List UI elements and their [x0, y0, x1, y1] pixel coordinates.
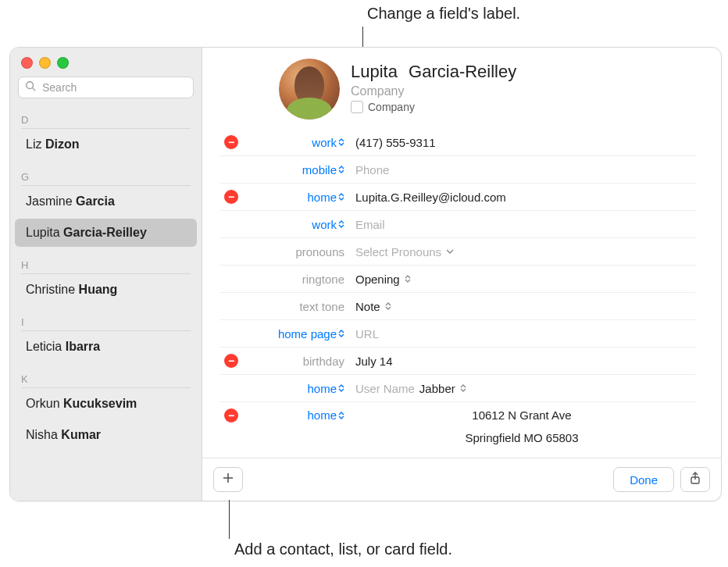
label-pronouns: pronouns — [243, 245, 348, 259]
contact-last: Garcia-Reilley — [63, 226, 147, 239]
label-email-home[interactable]: home — [243, 191, 348, 204]
plus-icon — [222, 472, 234, 487]
stepper-icon — [338, 330, 344, 337]
search-input[interactable] — [41, 80, 187, 94]
svg-line-1 — [33, 88, 36, 91]
field-pronouns: pronouns Select Pronouns — [219, 238, 696, 266]
address-line1[interactable]: 10612 N Grant Ave — [472, 407, 571, 425]
stepper-icon — [385, 302, 391, 310]
last-name-field[interactable]: Garcia-Reilley — [409, 62, 516, 81]
callout-top-text: Change a field's label. — [367, 5, 520, 23]
contact-last: Kucuksevim — [63, 397, 137, 410]
section-rule — [21, 273, 191, 274]
done-button[interactable]: Done — [613, 467, 674, 492]
section-letter-h: H — [10, 251, 202, 271]
section-rule — [21, 387, 191, 388]
section-letter-d: D — [10, 106, 202, 126]
remove-email-home-button[interactable]: − — [224, 190, 238, 204]
stepper-icon — [338, 384, 344, 392]
callout-bottom-text: Add a contact, list, or card field. — [234, 540, 452, 558]
value-phone-mobile[interactable]: Phone — [348, 163, 696, 177]
contact-first: Liz — [26, 137, 41, 151]
first-name-field[interactable]: Lupita — [351, 62, 398, 82]
field-im: home User Name Jabber — [219, 375, 696, 402]
contact-first: Leticia — [26, 340, 62, 353]
address-line2[interactable]: Springfield MO 65803 — [465, 430, 578, 448]
remove-birthday-button[interactable]: − — [224, 354, 238, 368]
label-phone-work[interactable]: work — [243, 136, 348, 149]
field-email-work: work Email — [219, 211, 696, 238]
bottom-toolbar: Done — [202, 458, 721, 501]
value-email-work[interactable]: Email — [348, 218, 696, 231]
company-field[interactable]: Company — [351, 84, 516, 98]
contact-item-liz-dizon[interactable]: Liz Dizon — [15, 130, 197, 159]
label-texttone: text tone — [243, 300, 348, 313]
field-phone-mobile: mobile Phone — [219, 156, 696, 184]
value-im[interactable]: User Name Jabber — [348, 382, 696, 395]
contact-last: Ibarra — [66, 340, 100, 353]
contact-first: Christine — [26, 283, 75, 296]
section-letter-i: I — [10, 308, 202, 328]
contact-last: Dizon — [45, 137, 80, 151]
search-field[interactable] — [18, 77, 194, 98]
minimize-window-button[interactable] — [39, 57, 51, 69]
remove-address-button[interactable]: − — [224, 408, 238, 423]
value-ringtone[interactable]: Opening — [348, 273, 696, 286]
company-checkbox-row[interactable]: Company — [351, 101, 516, 113]
contact-last: Garcia — [76, 194, 115, 208]
contact-card: Lupita Garcia-Reilley Company Company − — [202, 48, 721, 501]
stepper-icon — [338, 138, 344, 146]
section-letter-g: G — [10, 163, 202, 183]
field-address: − home 10612 N Grant Ave Springfield MO … — [219, 402, 696, 451]
field-birthday: − birthday July 14 — [219, 348, 696, 375]
value-email-home[interactable]: Lupita.G.Reilley@icloud.com — [348, 191, 696, 204]
company-checkbox[interactable] — [351, 101, 363, 113]
add-button[interactable] — [213, 467, 243, 492]
section-rule — [21, 185, 191, 186]
zoom-window-button[interactable] — [57, 57, 69, 69]
field-phone-work: − work (417) 555-9311 — [219, 129, 696, 156]
callout-bottom-line — [229, 500, 230, 539]
remove-phone-work-button[interactable]: − — [224, 135, 238, 149]
contact-item-jasmine-garcia[interactable]: Jasmine Garcia — [15, 187, 197, 216]
avatar[interactable] — [279, 59, 340, 119]
section-letter-k: K — [10, 366, 202, 385]
field-homepage: home page URL — [219, 320, 696, 348]
contact-item-orkun-kucuksevim[interactable]: Orkun Kucuksevim — [15, 390, 197, 418]
contact-item-nisha-kumar[interactable]: Nisha Kumar — [15, 421, 197, 449]
stepper-icon — [338, 412, 344, 419]
close-window-button[interactable] — [21, 57, 33, 69]
name-line[interactable]: Lupita Garcia-Reilley — [351, 62, 516, 82]
contacts-window: D Liz Dizon G Jasmine Garcia Lupita Garc… — [9, 47, 722, 501]
label-email-work[interactable]: work — [243, 218, 348, 231]
svg-point-0 — [27, 82, 34, 89]
value-pronouns[interactable]: Select Pronouns — [348, 245, 696, 259]
window-controls — [10, 48, 202, 75]
value-birthday[interactable]: July 14 — [348, 355, 696, 368]
label-im[interactable]: home — [243, 382, 348, 395]
value-address[interactable]: 10612 N Grant Ave Springfield MO 65803 — [348, 404, 696, 450]
company-checkbox-label: Company — [368, 101, 415, 113]
share-button[interactable] — [680, 467, 710, 492]
stepper-icon — [460, 384, 466, 392]
sidebar: D Liz Dizon G Jasmine Garcia Lupita Garc… — [10, 48, 202, 501]
contact-item-christine-huang[interactable]: Christine Huang — [15, 276, 197, 304]
share-icon — [689, 472, 701, 487]
label-phone-mobile[interactable]: mobile — [243, 163, 348, 177]
value-phone-work[interactable]: (417) 555-9311 — [348, 136, 696, 149]
label-birthday: birthday — [243, 355, 348, 368]
contact-last: Huang — [79, 283, 118, 296]
label-homepage[interactable]: home page — [243, 327, 348, 341]
contact-first: Lupita — [26, 226, 60, 239]
chevron-down-icon — [446, 249, 454, 254]
stepper-icon — [338, 193, 344, 201]
contact-first: Jasmine — [26, 194, 73, 208]
value-texttone[interactable]: Note — [348, 300, 696, 313]
value-homepage[interactable]: URL — [348, 327, 696, 341]
contact-item-lupita-garcia-reilley[interactable]: Lupita Garcia-Reilley — [15, 219, 197, 247]
label-address[interactable]: home — [243, 404, 348, 422]
stepper-icon — [338, 166, 344, 173]
contact-item-leticia-ibarra[interactable]: Leticia Ibarra — [15, 333, 197, 361]
stepper-icon — [338, 220, 344, 228]
stepper-icon — [405, 275, 411, 283]
